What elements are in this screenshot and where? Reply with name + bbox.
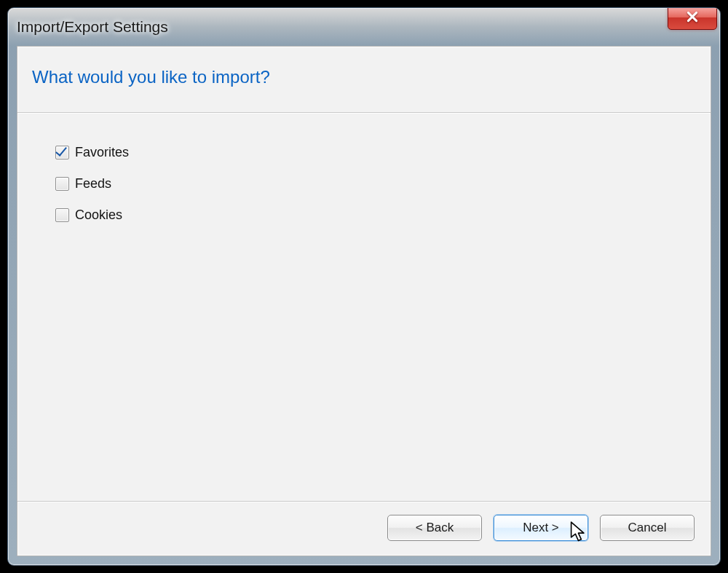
checkbox-cookies[interactable] [55,208,69,222]
option-feeds[interactable]: Feeds [55,176,673,191]
option-favorites[interactable]: Favorites [55,145,673,160]
option-label: Favorites [75,145,129,160]
wizard-footer: < Back Next > Cancel [17,501,711,556]
back-button[interactable]: < Back [387,515,482,541]
titlebar[interactable]: Import/Export Settings [8,8,720,46]
button-label: Next > [523,521,559,535]
options-pane: Favorites Feeds Cookies [17,113,711,501]
option-label: Cookies [75,208,122,223]
next-button[interactable]: Next > [494,515,588,541]
close-button[interactable] [668,7,717,30]
button-label: Cancel [628,521,667,535]
wizard-header: What would you like to import? [17,47,711,113]
close-icon [686,10,699,27]
cursor-icon [570,521,587,543]
page-heading: What would you like to import? [32,67,696,87]
button-label: < Back [416,521,454,535]
dialog-window: Import/Export Settings What would you li… [7,7,721,566]
option-cookies[interactable]: Cookies [55,208,673,223]
window-title: Import/Export Settings [17,18,168,36]
cancel-button[interactable]: Cancel [600,515,695,541]
client-area: What would you like to import? Favorites… [17,46,711,556]
checkbox-favorites[interactable] [55,146,69,159]
option-label: Feeds [75,176,111,191]
checkbox-feeds[interactable] [55,177,69,191]
